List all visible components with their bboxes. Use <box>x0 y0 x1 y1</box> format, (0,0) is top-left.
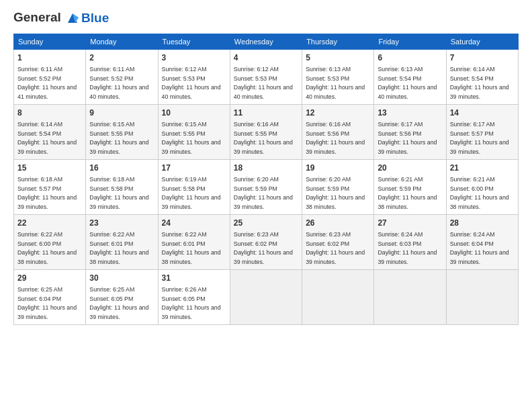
calendar-cell: 25 Sunrise: 6:23 AMSunset: 6:02 PMDaylig… <box>230 215 302 270</box>
cell-info: Sunrise: 6:14 AMSunset: 5:54 PMDaylight:… <box>17 121 77 155</box>
logo: General Blue <box>13 11 109 26</box>
calendar-cell: 1 Sunrise: 6:11 AMSunset: 5:52 PMDayligh… <box>14 50 86 105</box>
day-number: 24 <box>162 218 226 229</box>
page: General Blue SundayMondayTuesdayWednesda… <box>0 0 532 332</box>
cell-info: Sunrise: 6:24 AMSunset: 6:04 PMDaylight:… <box>450 231 509 265</box>
calendar-cell <box>230 270 302 325</box>
cell-info: Sunrise: 6:20 AMSunset: 5:59 PMDaylight:… <box>306 176 365 210</box>
calendar-cell <box>374 270 446 325</box>
day-number: 5 <box>306 52 370 64</box>
day-number: 1 <box>17 52 82 64</box>
calendar-week: 22 Sunrise: 6:22 AMSunset: 6:00 PMDaylig… <box>14 215 519 270</box>
calendar-week: 1 Sunrise: 6:11 AMSunset: 5:52 PMDayligh… <box>14 50 519 105</box>
day-number: 6 <box>378 52 442 64</box>
calendar-body: 1 Sunrise: 6:11 AMSunset: 5:52 PMDayligh… <box>14 50 519 325</box>
calendar: SundayMondayTuesdayWednesdayThursdayFrid… <box>13 34 519 325</box>
cell-info: Sunrise: 6:22 AMSunset: 6:00 PMDaylight:… <box>17 231 77 265</box>
calendar-cell: 12 Sunrise: 6:16 AMSunset: 5:56 PMDaylig… <box>302 105 374 160</box>
calendar-week: 15 Sunrise: 6:18 AMSunset: 5:57 PMDaylig… <box>14 160 519 215</box>
day-number: 25 <box>234 218 298 229</box>
calendar-cell: 26 Sunrise: 6:23 AMSunset: 6:02 PMDaylig… <box>302 215 374 270</box>
calendar-cell: 15 Sunrise: 6:18 AMSunset: 5:57 PMDaylig… <box>14 160 86 215</box>
calendar-cell: 8 Sunrise: 6:14 AMSunset: 5:54 PMDayligh… <box>14 105 86 160</box>
cell-info: Sunrise: 6:26 AMSunset: 6:05 PMDaylight:… <box>162 286 221 320</box>
day-number: 8 <box>17 107 82 119</box>
calendar-cell: 17 Sunrise: 6:19 AMSunset: 5:58 PMDaylig… <box>158 160 230 215</box>
weekday-header: Thursday <box>302 34 374 50</box>
cell-info: Sunrise: 6:22 AMSunset: 6:01 PMDaylight:… <box>162 231 221 265</box>
cell-info: Sunrise: 6:16 AMSunset: 5:56 PMDaylight:… <box>306 121 365 155</box>
day-number: 30 <box>89 273 154 284</box>
weekday-header: Tuesday <box>158 34 230 50</box>
cell-info: Sunrise: 6:24 AMSunset: 6:03 PMDaylight:… <box>378 231 437 265</box>
day-number: 4 <box>234 52 298 64</box>
cell-info: Sunrise: 6:18 AMSunset: 5:58 PMDaylight:… <box>89 176 148 210</box>
day-number: 15 <box>17 163 82 174</box>
weekday-header: Saturday <box>446 34 518 50</box>
day-number: 12 <box>306 107 370 119</box>
calendar-cell: 20 Sunrise: 6:21 AMSunset: 5:59 PMDaylig… <box>374 160 446 215</box>
cell-info: Sunrise: 6:16 AMSunset: 5:55 PMDaylight:… <box>234 121 293 155</box>
cell-info: Sunrise: 6:25 AMSunset: 6:04 PMDaylight:… <box>17 286 77 320</box>
weekday-header: Wednesday <box>230 34 302 50</box>
cell-info: Sunrise: 6:15 AMSunset: 5:55 PMDaylight:… <box>89 121 148 155</box>
logo-icon <box>65 11 80 26</box>
cell-info: Sunrise: 6:23 AMSunset: 6:02 PMDaylight:… <box>234 231 293 265</box>
calendar-cell: 16 Sunrise: 6:18 AMSunset: 5:58 PMDaylig… <box>86 160 158 215</box>
calendar-cell: 30 Sunrise: 6:25 AMSunset: 6:05 PMDaylig… <box>86 270 158 325</box>
cell-info: Sunrise: 6:17 AMSunset: 5:57 PMDaylight:… <box>450 121 509 155</box>
day-number: 18 <box>234 163 298 174</box>
calendar-header: SundayMondayTuesdayWednesdayThursdayFrid… <box>14 34 519 50</box>
day-number: 23 <box>89 218 154 229</box>
calendar-cell: 14 Sunrise: 6:17 AMSunset: 5:57 PMDaylig… <box>446 105 518 160</box>
day-number: 11 <box>234 107 298 119</box>
calendar-cell: 21 Sunrise: 6:21 AMSunset: 6:00 PMDaylig… <box>446 160 518 215</box>
day-number: 9 <box>89 107 154 119</box>
calendar-cell: 3 Sunrise: 6:12 AMSunset: 5:53 PMDayligh… <box>158 50 230 105</box>
cell-info: Sunrise: 6:18 AMSunset: 5:57 PMDaylight:… <box>17 176 77 210</box>
cell-info: Sunrise: 6:13 AMSunset: 5:54 PMDaylight:… <box>378 66 437 100</box>
weekday-header: Friday <box>374 34 446 50</box>
day-number: 21 <box>450 163 515 174</box>
cell-info: Sunrise: 6:23 AMSunset: 6:02 PMDaylight:… <box>306 231 365 265</box>
day-number: 3 <box>162 52 226 64</box>
cell-info: Sunrise: 6:25 AMSunset: 6:05 PMDaylight:… <box>89 286 148 320</box>
cell-info: Sunrise: 6:15 AMSunset: 5:55 PMDaylight:… <box>162 121 221 155</box>
cell-info: Sunrise: 6:22 AMSunset: 6:01 PMDaylight:… <box>89 231 148 265</box>
day-number: 7 <box>450 52 515 64</box>
cell-info: Sunrise: 6:20 AMSunset: 5:59 PMDaylight:… <box>234 176 293 210</box>
day-number: 16 <box>89 163 154 174</box>
calendar-cell <box>302 270 374 325</box>
calendar-cell: 27 Sunrise: 6:24 AMSunset: 6:03 PMDaylig… <box>374 215 446 270</box>
calendar-cell: 22 Sunrise: 6:22 AMSunset: 6:00 PMDaylig… <box>14 215 86 270</box>
calendar-cell: 7 Sunrise: 6:14 AMSunset: 5:54 PMDayligh… <box>446 50 518 105</box>
day-number: 13 <box>378 107 442 119</box>
calendar-cell: 18 Sunrise: 6:20 AMSunset: 5:59 PMDaylig… <box>230 160 302 215</box>
cell-info: Sunrise: 6:19 AMSunset: 5:58 PMDaylight:… <box>162 176 221 210</box>
header: General Blue <box>13 11 519 26</box>
calendar-cell <box>446 270 518 325</box>
calendar-cell: 4 Sunrise: 6:12 AMSunset: 5:53 PMDayligh… <box>230 50 302 105</box>
weekday-header: Sunday <box>14 34 86 50</box>
day-number: 2 <box>89 52 154 64</box>
cell-info: Sunrise: 6:12 AMSunset: 5:53 PMDaylight:… <box>162 66 221 100</box>
calendar-cell: 28 Sunrise: 6:24 AMSunset: 6:04 PMDaylig… <box>446 215 518 270</box>
cell-info: Sunrise: 6:21 AMSunset: 5:59 PMDaylight:… <box>378 176 437 210</box>
day-number: 19 <box>306 163 370 174</box>
cell-info: Sunrise: 6:17 AMSunset: 5:56 PMDaylight:… <box>378 121 437 155</box>
day-number: 28 <box>450 218 515 229</box>
calendar-cell: 10 Sunrise: 6:15 AMSunset: 5:55 PMDaylig… <box>158 105 230 160</box>
calendar-cell: 6 Sunrise: 6:13 AMSunset: 5:54 PMDayligh… <box>374 50 446 105</box>
calendar-cell: 2 Sunrise: 6:11 AMSunset: 5:52 PMDayligh… <box>86 50 158 105</box>
calendar-cell: 23 Sunrise: 6:22 AMSunset: 6:01 PMDaylig… <box>86 215 158 270</box>
cell-info: Sunrise: 6:13 AMSunset: 5:53 PMDaylight:… <box>306 66 365 100</box>
cell-info: Sunrise: 6:11 AMSunset: 5:52 PMDaylight:… <box>17 66 77 100</box>
calendar-cell: 29 Sunrise: 6:25 AMSunset: 6:04 PMDaylig… <box>14 270 86 325</box>
day-number: 14 <box>450 107 515 119</box>
calendar-week: 8 Sunrise: 6:14 AMSunset: 5:54 PMDayligh… <box>14 105 519 160</box>
calendar-cell: 24 Sunrise: 6:22 AMSunset: 6:01 PMDaylig… <box>158 215 230 270</box>
calendar-cell: 13 Sunrise: 6:17 AMSunset: 5:56 PMDaylig… <box>374 105 446 160</box>
cell-info: Sunrise: 6:21 AMSunset: 6:00 PMDaylight:… <box>450 176 509 210</box>
calendar-cell: 19 Sunrise: 6:20 AMSunset: 5:59 PMDaylig… <box>302 160 374 215</box>
weekday-header: Monday <box>86 34 158 50</box>
